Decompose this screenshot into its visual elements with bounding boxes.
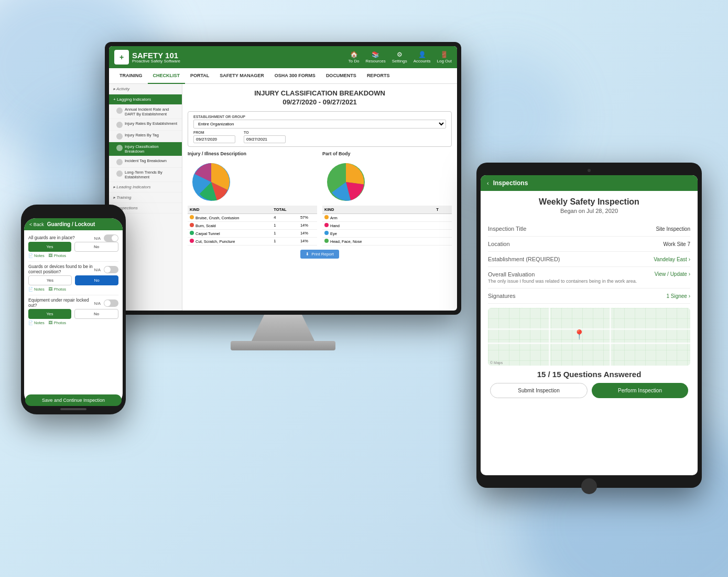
table2: KIND T Arm Hand (322, 206, 452, 245)
save-continue-button[interactable]: Save and Continue Inspection (25, 394, 122, 405)
incident-tag-icon (116, 159, 123, 165)
nav-logout[interactable]: 🚪 Log Out (437, 51, 452, 63)
map-container: 📍 © Maps (488, 308, 690, 366)
to-input[interactable] (244, 135, 286, 143)
sidebar-injury-tag[interactable]: Injury Rates By Tag (109, 131, 182, 142)
evaluation-note: The only issue I found was related to co… (488, 279, 637, 284)
monitor-stand (252, 315, 314, 341)
field-value-location: Work Site 7 (664, 241, 691, 247)
yes-button-1[interactable]: Yes (28, 242, 71, 252)
report-title-line1: INJURY CLASSIFICATION BREAKDOWN (188, 89, 452, 98)
notes-link-2[interactable]: 📄 Notes (28, 287, 45, 292)
logo-icon: + (114, 50, 129, 65)
phone-home-button[interactable] (60, 408, 86, 410)
notes-link-1[interactable]: 📄 Notes (28, 253, 45, 258)
na-toggle-2[interactable] (104, 266, 118, 273)
table1-header-total: TOTAL (271, 206, 298, 214)
color-dot (324, 231, 329, 235)
nav-safety-manager[interactable]: SAFETY MANAGER (214, 68, 269, 84)
sidebar-injury-class[interactable]: Injury Classification Breakdown (109, 142, 182, 156)
nav-settings[interactable]: ⚙ Settings (392, 51, 407, 63)
tablet-camera (588, 169, 591, 172)
sidebar-training[interactable]: ▸ Training (109, 193, 182, 203)
print-label: Print Report (311, 252, 334, 257)
sidebar-injury-est[interactable]: Injury Rates By Establishment (109, 119, 182, 131)
monitor: + SAFETY 101 Proactive Safety Software 🏠… (105, 42, 461, 350)
notes-link-3[interactable]: 📄 Notes (28, 320, 45, 325)
print-button[interactable]: ⬇ Print Report (300, 250, 339, 259)
nav-checklist[interactable]: CHECKLIST (148, 68, 186, 84)
table-row: Burn, Scald 1 14% (188, 221, 317, 229)
field-label-evaluation: Overall Evaluation (488, 271, 535, 277)
chart2-section: Part of Body (322, 151, 452, 245)
photos-link-2[interactable]: 🖼 Photos (49, 287, 66, 292)
report-content: INJURY CLASSIFICATION BREAKDOWN 09/27/20… (182, 84, 457, 311)
sidebar-lagging[interactable]: + Lagging Indicators (109, 94, 182, 105)
table-row: Head, Face, Nose (322, 237, 452, 245)
photos-link-1[interactable]: 🖼 Photos (49, 253, 66, 258)
notes-photos-3: 📄 Notes 🖼 Photos (28, 320, 118, 325)
photos-link-3[interactable]: 🖼 Photos (49, 320, 66, 325)
table-row: Arm (322, 213, 452, 221)
sidebar-leading[interactable]: ▸ Leading Indicators (109, 182, 182, 193)
phone-notch (58, 210, 89, 216)
nav-training[interactable]: TRAINING (114, 68, 148, 84)
sidebar-injury-tag-label: Injury Rates By Tag (125, 133, 159, 137)
perform-inspection-button[interactable]: Perform Inspection (592, 383, 688, 398)
field-label-signatures: Signatures (488, 293, 516, 299)
no-button-3[interactable]: No (74, 309, 118, 319)
field-row-location: Location Work Site 7 (488, 237, 690, 252)
establishment-select[interactable]: Entire Organization (193, 120, 446, 129)
submit-inspection-button[interactable]: Submit Inspection (490, 383, 588, 398)
tablet-back-button[interactable]: ‹ (487, 180, 489, 186)
field-link-establishment[interactable]: Vandelay East › (654, 257, 690, 262)
sidebar-incident-tag-label: Incident Tag Breakdown (125, 158, 167, 163)
map-road-h2 (488, 343, 690, 344)
tablet-home-button[interactable] (581, 478, 597, 494)
field-link-signatures[interactable]: 1 Signee › (666, 293, 690, 299)
na-toggle-3[interactable] (104, 300, 118, 307)
nav-osha[interactable]: OSHA 300 FORMS (269, 68, 321, 84)
sidebar-long-term[interactable]: Long-Term Trends By Establishment (109, 168, 182, 182)
map-road-h1 (488, 328, 690, 330)
tablet-header-title: Inspections (493, 179, 528, 187)
chart2-title: Part of Body (322, 151, 452, 156)
long-term-icon (116, 170, 123, 177)
divider-1 (28, 261, 118, 262)
from-input[interactable] (193, 135, 235, 143)
phone-header-title: Guarding / Lockout (47, 221, 95, 227)
yes-button-2[interactable]: Yes (28, 275, 72, 285)
chart1-section: Injury / Illness Description (188, 151, 317, 245)
nav-resources[interactable]: 📚 Resources (365, 51, 385, 63)
no-button-1[interactable]: No (74, 242, 118, 252)
nav-todo-label: To Do (349, 59, 360, 63)
phone-question-3: Equipment under repair locked out? N/A Y… (28, 297, 118, 325)
logout-icon: 🚪 (440, 51, 448, 58)
nav-documents[interactable]: DOCUMENTS (321, 68, 362, 84)
tablet-header: ‹ Inspections (481, 175, 698, 191)
logo-sub: Proactive Safety Software (132, 59, 180, 63)
nav-reports[interactable]: REPORTS (362, 68, 395, 84)
todo-icon: 🏠 (350, 51, 358, 58)
map-road-v2 (610, 308, 611, 366)
na-label-1: N/A (94, 236, 101, 241)
yes-button-3[interactable]: Yes (28, 309, 71, 319)
report-title: INJURY CLASSIFICATION BREAKDOWN 09/27/20… (188, 89, 452, 107)
sidebar-activity[interactable]: ▸ Activity (109, 84, 182, 94)
phone-header: < Back Guarding / Lockout (24, 218, 123, 230)
sidebar-annual[interactable]: Annual Incident Rate and DART By Establi… (109, 105, 182, 119)
notes-photos-2: 📄 Notes 🖼 Photos (28, 287, 118, 292)
nav-todo[interactable]: 🏠 To Do (349, 51, 360, 63)
nav-accounts[interactable]: 👤 Accounts (414, 51, 431, 63)
field-link-evaluation[interactable]: View / Update › (655, 271, 690, 277)
na-toggle-1[interactable] (104, 234, 118, 242)
no-button-2[interactable]: No (75, 275, 118, 285)
phone-back-button[interactable]: < Back (29, 222, 44, 227)
nav-portal[interactable]: PORTAL (185, 68, 214, 84)
btn-row-2: Yes No (28, 275, 118, 285)
phone-question-1: All guards are in place? N/A Yes No 📄 No… (28, 234, 118, 258)
na-label-3: N/A (94, 301, 101, 306)
sidebar-incident-tag[interactable]: Incident Tag Breakdown (109, 156, 182, 168)
phone-screen: < Back Guarding / Lockout All guards are… (24, 218, 123, 405)
report-title-line2: 09/27/2020 - 09/27/2021 (188, 98, 452, 107)
